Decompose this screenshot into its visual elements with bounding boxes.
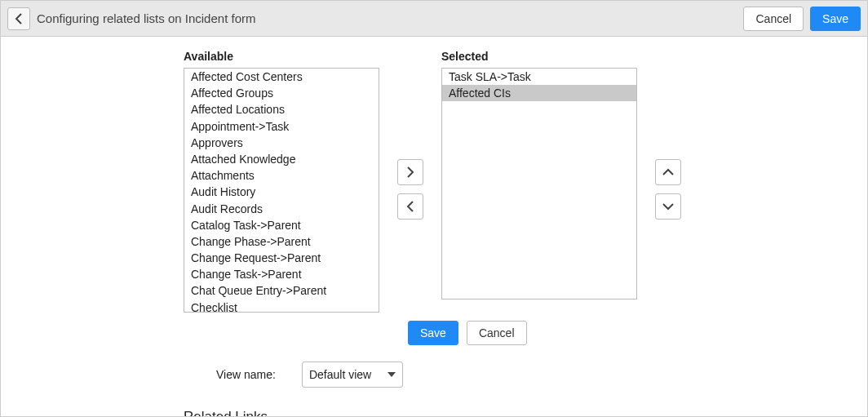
related-links-heading: Related Links <box>184 409 848 417</box>
chevron-left-icon <box>406 201 414 212</box>
back-button[interactable] <box>7 7 30 30</box>
move-left-button[interactable] <box>397 193 423 220</box>
chevron-down-icon <box>662 202 674 211</box>
cancel-button[interactable]: Cancel <box>467 321 527 345</box>
list-item[interactable]: Attachments <box>184 167 379 184</box>
save-button-top[interactable]: Save <box>810 7 861 31</box>
related-links-section: Related Links Show versions <box>184 409 848 417</box>
topbar: Configuring related lists on Incident fo… <box>1 1 867 37</box>
reorder-buttons <box>655 159 681 220</box>
list-item[interactable]: Change Task->Parent <box>184 266 379 282</box>
list-item[interactable]: Checklist <box>184 299 379 313</box>
chevron-left-icon <box>15 13 23 24</box>
list-item[interactable]: Affected CIs <box>442 85 636 101</box>
topbar-actions: Cancel Save <box>743 7 861 31</box>
list-item[interactable]: Chat Queue Entry->Parent <box>184 282 379 299</box>
list-item[interactable]: Affected Cost Centers <box>184 69 379 85</box>
move-up-button[interactable] <box>655 159 681 185</box>
available-list[interactable]: Affected Cost CentersAffected GroupsAffe… <box>184 68 379 313</box>
move-right-button[interactable] <box>397 159 423 185</box>
list-item[interactable]: Attached Knowledge <box>184 151 379 167</box>
view-name-value: Default view <box>309 368 371 381</box>
list-item[interactable]: Audit Records <box>184 201 379 217</box>
list-item[interactable]: Affected Locations <box>184 101 379 118</box>
view-name-select[interactable]: Default view <box>302 362 403 388</box>
list-item[interactable]: Approvers <box>184 135 379 151</box>
action-buttons-row: Save Cancel <box>408 321 848 345</box>
available-label: Available <box>184 50 379 63</box>
available-column: Available Affected Cost CentersAffected … <box>184 50 379 313</box>
save-button[interactable]: Save <box>408 321 458 345</box>
selected-column: Selected Task SLA->TaskAffected CIs <box>441 50 637 299</box>
caret-down-icon <box>388 372 396 377</box>
chevron-right-icon <box>406 166 414 178</box>
cancel-button-top[interactable]: Cancel <box>743 7 804 31</box>
list-item[interactable]: Appointment->Task <box>184 118 379 135</box>
selected-label: Selected <box>441 50 637 63</box>
content-area: Available Affected Cost CentersAffected … <box>1 37 867 417</box>
list-item[interactable]: Affected Groups <box>184 85 379 101</box>
page-title: Configuring related lists on Incident fo… <box>37 11 743 25</box>
move-down-button[interactable] <box>655 193 681 220</box>
list-item[interactable]: Audit History <box>184 184 379 200</box>
chevron-up-icon <box>662 168 674 176</box>
view-name-row: View name: Default view <box>216 362 848 388</box>
selected-list[interactable]: Task SLA->TaskAffected CIs <box>441 68 637 299</box>
slushbucket: Available Affected Cost CentersAffected … <box>184 50 848 313</box>
list-item[interactable]: Change Request->Parent <box>184 250 379 266</box>
list-item[interactable]: Task SLA->Task <box>442 69 636 85</box>
list-item[interactable]: Catalog Task->Parent <box>184 217 379 233</box>
mover-buttons <box>397 159 423 220</box>
view-name-label: View name: <box>216 368 276 381</box>
list-item[interactable]: Change Phase->Parent <box>184 233 379 250</box>
